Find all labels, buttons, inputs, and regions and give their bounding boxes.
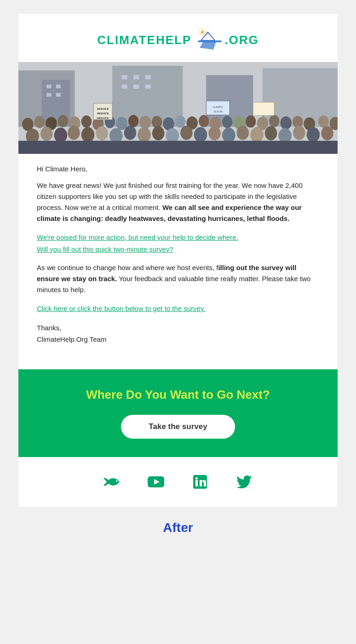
svg-point-83 (237, 126, 249, 140)
signoff-line1: Thanks, (37, 322, 319, 334)
svg-point-80 (194, 127, 207, 142)
svg-point-40 (139, 116, 150, 129)
greeting-text: Hi Climate Hero, (37, 165, 319, 173)
logo-part2: .ORG (224, 33, 258, 47)
email-body: Hi Climate Hero, We have great news! We … (18, 154, 338, 360)
svg-line-8 (200, 34, 201, 35)
svg-point-52 (280, 116, 291, 130)
svg-rect-25 (133, 75, 139, 79)
svg-point-0 (201, 31, 204, 34)
svg-point-71 (68, 126, 80, 140)
svg-rect-66 (253, 102, 274, 116)
svg-rect-27 (122, 85, 127, 89)
logo-area: CLIMATEHELP (18, 14, 338, 62)
svg-point-88 (307, 127, 320, 142)
svg-point-69 (40, 127, 53, 141)
fish-icon[interactable] (103, 474, 120, 490)
svg-point-79 (180, 126, 193, 140)
svg-point-41 (152, 116, 162, 128)
survey-link-3[interactable]: Click here or click the button below to … (37, 303, 319, 315)
svg-point-82 (222, 128, 235, 143)
survey-link-2[interactable]: Will you fill out this quick two-minute … (37, 243, 319, 255)
svg-point-35 (81, 115, 92, 128)
social-bar (18, 457, 338, 507)
hero-crowd: REDUCE REDUCE REDUCE CLIMATE ACTION (18, 62, 338, 154)
sign-off: Thanks, ClimateHelp.Org Team (37, 322, 319, 345)
svg-point-85 (265, 126, 277, 141)
paragraph-2: As we continue to change how and where w… (37, 262, 319, 295)
svg-point-81 (208, 126, 221, 141)
svg-point-76 (138, 127, 151, 142)
svg-point-72 (81, 127, 95, 142)
svg-point-89 (321, 126, 333, 141)
svg-point-47 (222, 116, 232, 128)
signoff-line2: ClimateHelp.Org Team (37, 333, 319, 345)
svg-line-6 (205, 34, 206, 35)
svg-rect-95 (195, 480, 198, 486)
svg-point-43 (175, 115, 185, 128)
cta-title: Where Do You Want to Go Next? (28, 388, 328, 402)
after-label: After (9, 520, 347, 535)
svg-rect-20 (46, 85, 51, 88)
svg-point-77 (152, 126, 165, 141)
svg-rect-90 (18, 141, 338, 154)
email-card: CLIMATEHELP (18, 14, 338, 507)
svg-point-39 (128, 115, 138, 127)
svg-point-49 (246, 115, 256, 128)
svg-rect-22 (46, 93, 51, 96)
svg-point-45 (199, 115, 209, 127)
link-block-2: Click here or click the button below to … (37, 303, 319, 315)
logo-part1: CLIMATEHELP (97, 33, 191, 47)
svg-rect-23 (56, 93, 61, 96)
svg-text:CLIMATE: CLIMATE (213, 106, 223, 108)
hero-image: REDUCE REDUCE REDUCE CLIMATE ACTION (18, 62, 338, 154)
svg-line-7 (205, 29, 206, 30)
svg-rect-26 (145, 75, 151, 79)
svg-point-51 (269, 115, 279, 127)
svg-marker-11 (200, 41, 216, 50)
svg-point-73 (96, 126, 108, 141)
iceberg-svg (194, 28, 222, 53)
svg-line-5 (200, 29, 201, 30)
logo-text: CLIMATEHELP (28, 28, 328, 53)
para2-prefix: As we continue to change how and where w… (37, 264, 218, 271)
svg-text:ACTION: ACTION (213, 110, 223, 113)
svg-point-70 (54, 128, 68, 143)
linkedin-icon[interactable] (192, 474, 208, 490)
svg-text:REDUCE: REDUCE (97, 112, 109, 115)
svg-point-31 (34, 116, 45, 128)
twitter-icon[interactable] (236, 474, 253, 490)
svg-rect-21 (56, 85, 61, 88)
paragraph-1: We have great news! We just finished our… (37, 180, 319, 224)
svg-point-75 (124, 126, 137, 140)
svg-point-96 (195, 477, 198, 480)
svg-point-38 (116, 117, 127, 130)
logo-icon (194, 28, 222, 53)
svg-point-91 (116, 480, 118, 482)
page-wrapper: CLIMATEHELP (0, 0, 356, 558)
svg-rect-24 (122, 75, 127, 79)
svg-rect-29 (145, 85, 151, 89)
svg-text:REDUCE: REDUCE (97, 116, 109, 119)
svg-rect-28 (133, 85, 139, 89)
crowd-svg: REDUCE REDUCE REDUCE CLIMATE ACTION (18, 62, 338, 154)
svg-point-87 (293, 126, 305, 140)
cta-banner: Where Do You Want to Go Next? Take the s… (18, 369, 338, 457)
take-survey-button[interactable]: Take the survey (121, 415, 235, 439)
after-section: After (0, 507, 356, 540)
svg-point-55 (318, 115, 328, 128)
youtube-icon[interactable] (148, 474, 164, 490)
svg-text:REDUCE: REDUCE (97, 107, 109, 110)
svg-point-33 (58, 115, 68, 127)
svg-point-84 (250, 127, 264, 142)
link-block-1: We're poised for more action, but need y… (37, 232, 319, 255)
survey-link-1[interactable]: We're poised for more action, but need y… (37, 232, 319, 243)
